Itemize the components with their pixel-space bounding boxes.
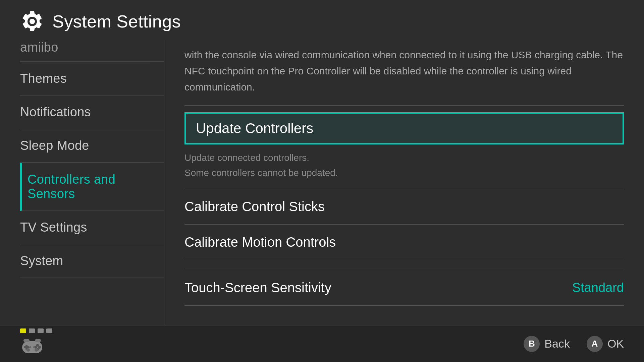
svg-point-4 (38, 346, 41, 349)
calibrate-motion-controls-label: Calibrate Motion Controls (184, 235, 336, 250)
calibrate-motion-controls-item[interactable]: Calibrate Motion Controls (184, 225, 624, 260)
a-button-label: A (591, 339, 598, 349)
header: System Settings (0, 0, 644, 40)
touch-screen-sensitivity-item[interactable]: Touch-Screen Sensitivity Standard (184, 270, 624, 306)
b-back-hint: B Back (524, 336, 570, 352)
svg-point-8 (33, 346, 35, 348)
svg-point-3 (36, 344, 39, 347)
svg-rect-11 (23, 339, 30, 342)
b-button[interactable]: B (524, 336, 540, 352)
dot-4 (46, 328, 52, 333)
dot-indicators (20, 328, 52, 359)
dot-3 (38, 328, 44, 333)
a-button[interactable]: A (587, 336, 603, 352)
sidebar-item-tv-settings[interactable]: TV Settings (20, 211, 164, 244)
touch-screen-sensitivity-value: Standard (572, 281, 624, 295)
touch-screen-sensitivity-label: Touch-Screen Sensitivity (184, 280, 331, 295)
sidebar-item-system[interactable]: System (20, 244, 164, 278)
sidebar-item-themes[interactable]: Themes (20, 62, 164, 96)
content-menu: Update Controllers Update connected cont… (184, 106, 624, 345)
svg-rect-2 (24, 346, 29, 348)
svg-rect-12 (35, 339, 41, 342)
sidebar-item-amiibo[interactable]: amiibo (20, 40, 164, 62)
main-layout: amiibo Themes Notifications Sleep Mode C… (0, 40, 644, 345)
b-button-label: B (529, 339, 535, 349)
update-controllers-desc: Update connected controllers. Some contr… (184, 148, 624, 189)
top-description: with the console via wired communication… (184, 40, 624, 106)
a-ok-hint: A OK (587, 336, 624, 352)
ok-label: OK (607, 337, 624, 350)
calibrate-control-sticks-item[interactable]: Calibrate Control Sticks (184, 189, 624, 225)
update-controllers-label: Update Controllers (196, 120, 612, 136)
bottom-right: B Back A OK (524, 336, 624, 352)
calibrate-control-sticks-label: Calibrate Control Sticks (184, 199, 325, 214)
sidebar: amiibo Themes Notifications Sleep Mode C… (0, 40, 164, 345)
sidebar-item-controllers-sensors[interactable]: Controllers and Sensors (20, 163, 164, 211)
svg-point-7 (29, 346, 31, 348)
sidebar-item-notifications[interactable]: Notifications (20, 96, 164, 129)
svg-point-9 (26, 348, 30, 352)
svg-point-10 (35, 348, 38, 352)
dot-2 (29, 328, 35, 333)
dot-1 (20, 328, 26, 333)
sidebar-item-sleep-mode[interactable]: Sleep Mode (20, 129, 164, 163)
controller-icon (20, 335, 44, 359)
page-title: System Settings (52, 11, 181, 32)
update-controllers-item[interactable]: Update Controllers (184, 112, 624, 144)
bottom-left (20, 328, 52, 359)
content-area: with the console via wired communication… (164, 40, 644, 345)
bottom-bar: B Back A OK (0, 325, 644, 362)
back-label: Back (544, 337, 570, 350)
gear-icon (20, 9, 44, 34)
